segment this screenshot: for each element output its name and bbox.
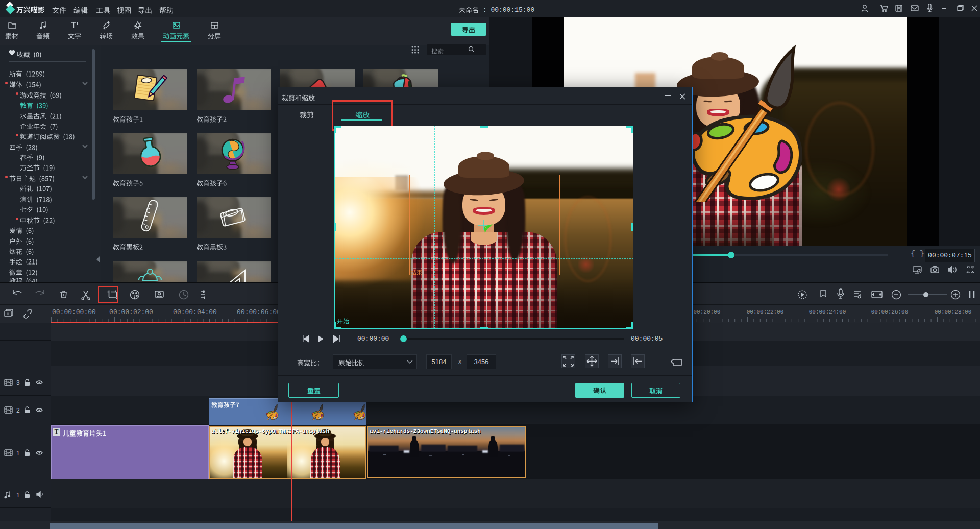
svg-text:1: 1 [16,450,20,457]
svg-text:3: 3 [16,379,20,387]
svg-text:2: 2 [16,407,20,414]
svg-text:1: 1 [16,492,20,499]
